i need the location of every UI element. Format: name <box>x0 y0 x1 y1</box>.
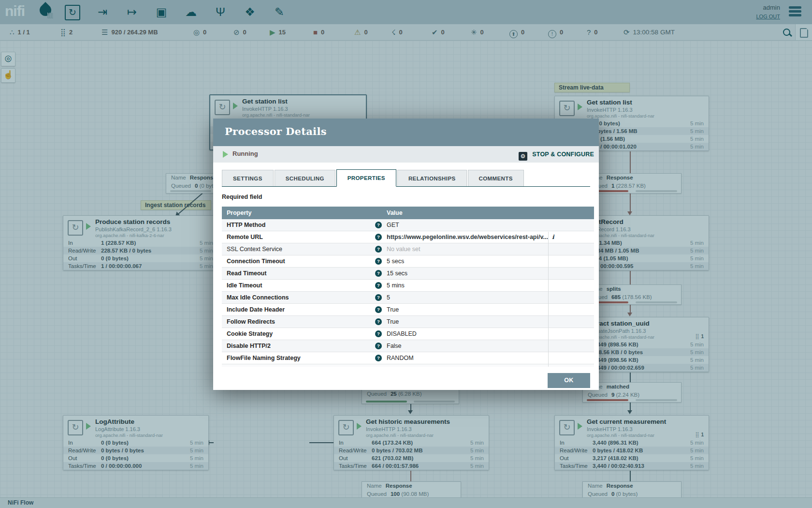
property-row[interactable]: Connection Timeout?5 secs <box>222 255 594 268</box>
properties-table-header: Property Value <box>222 207 594 219</box>
property-row[interactable]: Cookie Strategy?DISABLED <box>222 328 594 340</box>
processor-details-dialog: Processor Details Running ⚙ STOP & CONFI… <box>213 119 599 390</box>
property-row[interactable]: Include Date Header?True <box>222 304 594 316</box>
properties-table: Property Value HTTP Method?GETRemote URL… <box>222 207 594 367</box>
property-name: Follow Redirects <box>227 316 275 328</box>
property-value[interactable]: 5 mins <box>387 280 405 291</box>
ok-button[interactable]: OK <box>548 373 590 388</box>
property-name: Idle Timeout <box>227 280 262 291</box>
property-value[interactable]: 5 secs <box>387 255 404 267</box>
property-name: Remote URL <box>227 231 263 243</box>
property-row[interactable]: SSL Context Service?No value set <box>222 243 594 255</box>
property-name: Disable HTTP/2 <box>227 340 271 352</box>
property-name: SSL Context Service <box>227 243 282 255</box>
tab-relationships[interactable]: RELATIONSHIPS <box>397 170 467 186</box>
property-row[interactable]: Follow Redirects?True <box>222 316 594 328</box>
help-icon[interactable]: ? <box>375 282 382 289</box>
info-icon: i <box>552 231 554 243</box>
gear-icon: ⚙ <box>519 152 527 161</box>
property-name: Include Date Header <box>227 304 285 315</box>
property-value[interactable]: 5 <box>387 292 390 303</box>
dialog-tabs: SETTINGSSCHEDULINGPROPERTIESRELATIONSHIP… <box>222 169 590 187</box>
property-value[interactable]: 15 secs <box>387 268 407 279</box>
property-name: Max Idle Connections <box>227 292 289 303</box>
property-row[interactable]: HTTP Method?GET <box>222 219 594 231</box>
tab-scheduling[interactable]: SCHEDULING <box>275 170 335 186</box>
dialog-title: Processor Details <box>225 125 327 137</box>
column-divider <box>548 232 549 367</box>
required-field-note: Required field <box>222 194 262 200</box>
help-icon[interactable]: ? <box>375 270 382 277</box>
property-name: FlowFile Naming Strategy <box>227 352 301 364</box>
property-name: HTTP Method <box>227 219 265 231</box>
help-icon[interactable]: ? <box>375 318 382 325</box>
property-row[interactable]: Attributes to Send?No value set <box>222 364 594 367</box>
property-value[interactable]: True <box>387 304 399 315</box>
property-name: Read Timeout <box>227 268 266 279</box>
property-row[interactable]: Read Timeout?15 secs <box>222 268 594 280</box>
tab-settings[interactable]: SETTINGS <box>222 170 274 186</box>
help-icon[interactable]: ? <box>375 343 382 349</box>
help-icon[interactable]: ? <box>375 330 382 337</box>
help-icon[interactable]: ? <box>375 234 382 240</box>
property-value[interactable]: No value set <box>387 243 420 255</box>
property-value[interactable]: True <box>387 316 399 328</box>
tab-comments[interactable]: COMMENTS <box>468 170 524 186</box>
tab-properties[interactable]: PROPERTIES <box>336 169 396 187</box>
property-row[interactable]: Max Idle Connections?5 <box>222 292 594 304</box>
property-value[interactable]: https://www.pegelonline.wsv.de/webservic… <box>387 231 554 243</box>
help-icon[interactable]: ? <box>375 294 382 301</box>
property-value[interactable]: RANDOM <box>387 352 414 364</box>
property-value[interactable]: DISABLED <box>387 328 417 340</box>
property-row[interactable]: FlowFile Naming Strategy?RANDOM <box>222 352 594 364</box>
help-icon[interactable]: ? <box>375 355 382 361</box>
property-value[interactable]: No value set <box>387 364 420 367</box>
help-icon[interactable]: ? <box>375 306 382 313</box>
dialog-status-row: Running ⚙ STOP & CONFIGURE <box>213 146 599 163</box>
property-name: Attributes to Send <box>227 364 275 367</box>
property-row[interactable]: Disable HTTP/2?False <box>222 340 594 352</box>
help-icon[interactable]: ? <box>375 246 382 253</box>
running-icon <box>223 151 228 158</box>
stop-and-configure-button[interactable]: ⚙ STOP & CONFIGURE <box>519 149 594 161</box>
property-row[interactable]: Idle Timeout?5 mins <box>222 280 594 292</box>
dialog-header: Processor Details <box>213 119 599 146</box>
help-icon[interactable]: ? <box>375 258 382 265</box>
property-name: Connection Timeout <box>227 255 285 267</box>
property-value[interactable]: GET <box>387 219 399 231</box>
help-icon[interactable]: ? <box>375 222 382 228</box>
property-name: Cookie Strategy <box>227 328 273 340</box>
property-value[interactable]: False <box>387 340 402 352</box>
property-row[interactable]: Remote URL?https://www.pegelonline.wsv.d… <box>222 231 594 243</box>
run-status: Running <box>232 150 258 157</box>
